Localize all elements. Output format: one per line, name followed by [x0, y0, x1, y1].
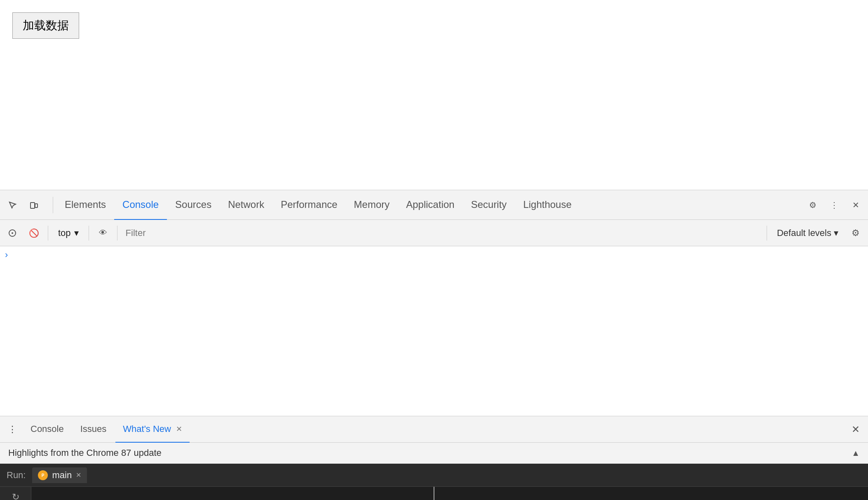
console-settings-icon[interactable]: ⚙: [847, 224, 865, 242]
run-tab-close-icon[interactable]: ✕: [76, 471, 81, 479]
chevron-down-icon: ▾: [74, 228, 79, 238]
drawer-banner-collapse-icon[interactable]: ▲: [852, 448, 860, 458]
svg-point-3: [12, 232, 13, 234]
tab-lighthouse[interactable]: Lighthouse: [515, 190, 579, 220]
devtools-tabs-right: ⚙ ⋮ ✕: [804, 196, 865, 214]
devtools-tab-icons: [3, 196, 43, 214]
drawer-close-button[interactable]: ✕: [847, 420, 865, 439]
drawer-tab-issues[interactable]: Issues: [73, 416, 114, 443]
clear-console-icon[interactable]: 🚫: [25, 224, 43, 242]
run-tab-label: main: [52, 470, 72, 481]
run-tab-main[interactable]: P main ✕: [32, 467, 87, 483]
svg-rect-1: [35, 204, 38, 208]
console-arrow[interactable]: ›: [3, 248, 9, 262]
tab-application[interactable]: Application: [398, 190, 462, 220]
settings-icon[interactable]: ⚙: [804, 196, 822, 214]
editor-sidebar: ↻ ↑ ■ ↓: [0, 487, 31, 500]
device-toggle-icon[interactable]: [25, 196, 43, 214]
drawer-menu-icon[interactable]: ⋮: [3, 420, 21, 439]
run-bar: Run: P main ✕: [0, 464, 868, 487]
bottom-drawer: ⋮ Console Issues What's New ✕ ✕ Highligh…: [0, 416, 868, 500]
more-options-icon[interactable]: ⋮: [825, 196, 843, 214]
tab-console[interactable]: Console: [114, 190, 167, 220]
text-cursor: [434, 487, 434, 500]
refresh-icon[interactable]: ↻: [6, 492, 26, 500]
context-select[interactable]: top ▾: [53, 226, 84, 240]
python-icon: P: [38, 470, 48, 480]
filter-divider: [48, 226, 48, 241]
filter-input[interactable]: [122, 226, 762, 240]
run-label: Run:: [7, 470, 26, 481]
tab-sources[interactable]: Sources: [167, 190, 220, 220]
filter-divider-2: [89, 226, 89, 241]
tab-elements[interactable]: Elements: [56, 190, 114, 220]
filter-divider-3: [117, 226, 117, 241]
tab-network[interactable]: Network: [220, 190, 272, 220]
tab-performance[interactable]: Performance: [272, 190, 345, 220]
console-content[interactable]: ›: [0, 246, 868, 416]
tab-memory[interactable]: Memory: [346, 190, 398, 220]
tab-separator: [53, 197, 53, 213]
page-content: 加载数据: [0, 0, 868, 190]
drawer-tabs: ⋮ Console Issues What's New ✕ ✕: [0, 416, 868, 443]
eye-icon[interactable]: 👁: [94, 224, 112, 242]
close-devtools-icon[interactable]: ✕: [847, 196, 865, 214]
svg-text:P: P: [42, 473, 45, 478]
drawer-tab-console[interactable]: Console: [23, 416, 71, 443]
tab-security[interactable]: Security: [463, 190, 515, 220]
create-live-expression-icon[interactable]: [3, 224, 21, 242]
editor-area[interactable]: ↻ ↑ ■ ↓: [0, 487, 868, 500]
drawer-banner: Highlights from the Chrome 87 update ▲: [0, 443, 868, 464]
drawer-tab-whats-new-close[interactable]: ✕: [176, 425, 182, 434]
levels-chevron-icon: ▾: [834, 228, 838, 238]
load-data-button[interactable]: 加载数据: [12, 12, 79, 39]
devtools-tab-bar: Elements Console Sources Network Perform…: [0, 190, 868, 220]
devtools-panel: Elements Console Sources Network Perform…: [0, 190, 868, 500]
default-levels-button[interactable]: Default levels ▾: [772, 226, 843, 240]
inspect-element-icon[interactable]: [3, 196, 21, 214]
svg-rect-0: [30, 203, 35, 208]
filter-divider-4: [767, 226, 767, 241]
console-toolbar: 🚫 top ▾ 👁 Default levels ▾ ⚙: [0, 220, 868, 246]
drawer-tab-whats-new[interactable]: What's New ✕: [115, 416, 190, 443]
